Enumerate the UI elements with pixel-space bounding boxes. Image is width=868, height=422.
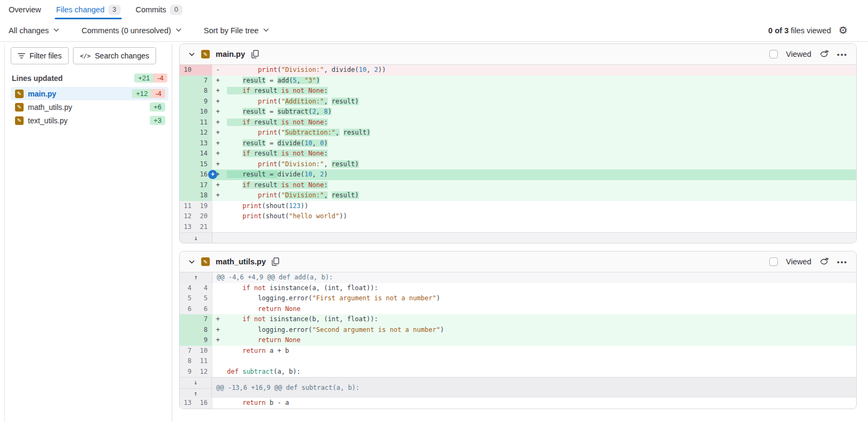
- old-line-number[interactable]: [180, 107, 196, 117]
- code-line: [223, 222, 856, 233]
- viewed-label: Viewed: [786, 50, 811, 58]
- old-line-number[interactable]: 13: [180, 222, 196, 233]
- new-line-number[interactable]: 5: [196, 293, 212, 304]
- new-line-number[interactable]: 9: [196, 97, 212, 107]
- diff-file-header: ✎ math_utils.py Viewed •••: [180, 251, 856, 272]
- old-line-number[interactable]: [180, 76, 196, 86]
- diff-sign: +: [212, 149, 223, 159]
- viewed-checkbox[interactable]: [769, 257, 778, 266]
- expand-down-button[interactable]: ↓: [180, 377, 211, 388]
- changes-filter-dropdown[interactable]: All changes: [9, 26, 59, 35]
- diff-sign: +: [212, 180, 223, 191]
- old-line-number[interactable]: [180, 86, 196, 97]
- code-line: print("Addition:", result): [223, 97, 856, 107]
- diff-row: 8+ if result is not None:: [180, 86, 856, 97]
- diff-sign: [212, 346, 223, 357]
- new-line-number[interactable]: 12: [196, 367, 212, 377]
- old-line-number[interactable]: [180, 159, 196, 170]
- copy-path-icon[interactable]: [251, 50, 259, 58]
- new-line-number[interactable]: 16+: [196, 169, 212, 180]
- old-line-number[interactable]: [180, 117, 196, 128]
- old-line-number[interactable]: [180, 180, 196, 191]
- collapse-file-chevron-icon[interactable]: [188, 258, 195, 265]
- diff-sign: [212, 367, 223, 377]
- sidebar-file-text-utils-py[interactable]: ✎ text_utils.py +3: [11, 114, 168, 127]
- expand-down-button[interactable]: ↓: [180, 233, 212, 243]
- compare-versions-icon[interactable]: [819, 50, 829, 58]
- compare-versions-icon[interactable]: [819, 257, 829, 266]
- search-changes-button[interactable]: </> Search changes: [73, 47, 156, 64]
- diff-settings-gear-icon[interactable]: ⚙: [838, 25, 848, 35]
- viewed-checkbox[interactable]: [769, 50, 778, 58]
- diff-row: 1119 print(shout(123)): [180, 201, 856, 212]
- new-line-number[interactable]: 13: [196, 138, 212, 149]
- new-line-number[interactable]: 7: [196, 314, 212, 325]
- new-line-number[interactable]: 17: [196, 180, 212, 191]
- code-line: print("Subtraction:", result): [223, 128, 856, 138]
- old-line-number[interactable]: 4: [180, 283, 196, 294]
- new-line-number[interactable]: 10: [196, 107, 212, 117]
- tab-commits[interactable]: Commits 0: [136, 0, 182, 19]
- files-viewed-count: 0 of 3: [768, 26, 789, 35]
- sidebar-file-math-utils-py[interactable]: ✎ math_utils.py +6: [11, 100, 168, 114]
- filter-files-button[interactable]: Filter files: [11, 47, 69, 64]
- old-line-number[interactable]: [180, 190, 196, 201]
- new-line-number[interactable]: 8: [196, 86, 212, 97]
- new-line-number[interactable]: 21: [196, 222, 212, 233]
- old-line-number[interactable]: [180, 149, 196, 159]
- collapse-file-chevron-icon[interactable]: [188, 51, 195, 58]
- new-line-number[interactable]: 16: [196, 398, 212, 409]
- new-line-number[interactable]: 11: [196, 117, 212, 128]
- old-line-number[interactable]: [180, 169, 196, 180]
- old-line-number[interactable]: 9: [180, 367, 196, 377]
- new-line-number[interactable]: 18: [196, 190, 212, 201]
- new-line-number[interactable]: 6: [196, 304, 212, 315]
- diff-file-header: ✎ main.py Viewed •••: [180, 44, 856, 65]
- add-comment-button[interactable]: +: [208, 170, 217, 179]
- file-modified-icon: ✎: [15, 90, 24, 98]
- chevron-down-icon: [176, 28, 181, 32]
- old-line-number[interactable]: [180, 325, 196, 336]
- tab-files-changed[interactable]: Files changed 3: [56, 0, 120, 19]
- sort-dropdown[interactable]: Sort by File tree: [204, 26, 269, 35]
- old-line-number[interactable]: 7: [180, 346, 196, 357]
- new-line-number[interactable]: 9: [196, 335, 212, 346]
- file-options-kebab-icon[interactable]: •••: [837, 50, 848, 58]
- code-line: [223, 356, 856, 367]
- diff-row: 710 return a + b: [180, 346, 856, 357]
- file-options-kebab-icon[interactable]: •••: [837, 258, 848, 266]
- new-line-number[interactable]: 10: [196, 346, 212, 357]
- sidebar-file-main-py[interactable]: ✎ main.py +12 -4: [11, 87, 168, 100]
- old-line-number[interactable]: 5: [180, 293, 196, 304]
- new-line-number[interactable]: 14: [196, 149, 212, 159]
- new-line-number[interactable]: 8: [196, 325, 212, 336]
- new-line-number[interactable]: 20: [196, 211, 212, 222]
- copy-path-icon[interactable]: [271, 257, 279, 266]
- old-line-number[interactable]: [180, 314, 196, 325]
- new-line-number[interactable]: 12: [196, 128, 212, 138]
- comments-filter-dropdown[interactable]: Comments (0 unresolved): [82, 26, 181, 35]
- code-line: logging.error("Second argument is not a …: [223, 325, 856, 336]
- expand-up-button[interactable]: ↑: [180, 272, 212, 283]
- new-line-number[interactable]: 7: [196, 76, 212, 86]
- diff-sign: [212, 304, 223, 315]
- new-line-number[interactable]: 4: [196, 283, 212, 294]
- old-line-number[interactable]: [180, 138, 196, 149]
- new-line-number[interactable]: 15: [196, 159, 212, 170]
- old-line-number[interactable]: 13: [180, 398, 196, 409]
- expand-up-button[interactable]: ↑: [180, 388, 211, 399]
- old-line-number[interactable]: [180, 335, 196, 346]
- old-line-number[interactable]: 6: [180, 304, 196, 315]
- new-line-number[interactable]: [196, 65, 212, 76]
- old-line-number[interactable]: 12: [180, 211, 196, 222]
- search-changes-label: Search changes: [95, 51, 149, 60]
- old-line-number[interactable]: [180, 97, 196, 107]
- old-line-number[interactable]: 11: [180, 201, 196, 212]
- new-line-number[interactable]: 19: [196, 201, 212, 212]
- old-line-number[interactable]: [180, 128, 196, 138]
- tab-overview[interactable]: Overview: [9, 0, 41, 19]
- old-line-number[interactable]: 8: [180, 356, 196, 367]
- new-line-number[interactable]: 11: [196, 356, 212, 367]
- diff-sign: +: [212, 138, 223, 149]
- old-line-number[interactable]: 10: [180, 65, 196, 76]
